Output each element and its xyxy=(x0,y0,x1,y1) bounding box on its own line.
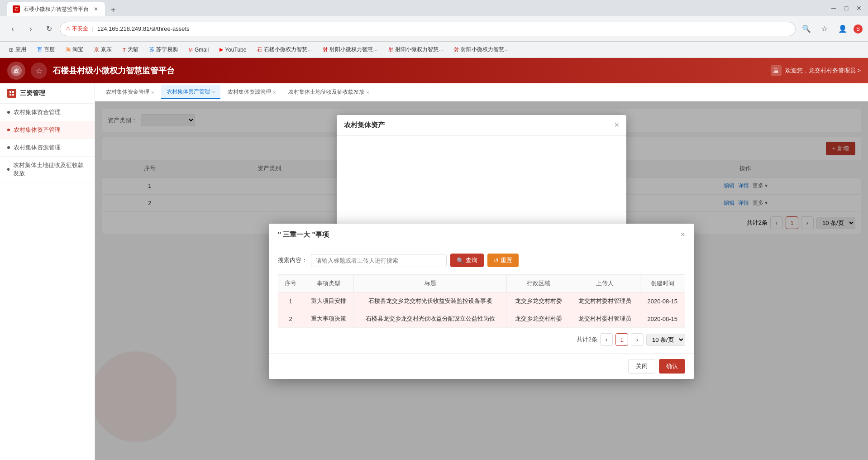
bookmark-suning[interactable]: 苏 苏宁易购 xyxy=(146,44,181,55)
apps-grid-icon: ⊞ xyxy=(9,47,14,53)
bookmark-gmail[interactable]: M Gmail xyxy=(185,45,213,55)
bookmark-sheyang2[interactable]: 射 射阳小微权力智慧... xyxy=(385,44,447,55)
taobao-icon: 淘 xyxy=(66,46,71,53)
suning-icon: 苏 xyxy=(149,46,154,53)
dialog-next-btn[interactable]: › xyxy=(631,333,644,346)
bookmark-star-icon[interactable]: ☆ xyxy=(817,22,832,36)
tab-land[interactable]: 农村集体土地征收及征收款发放 × xyxy=(283,86,374,99)
sidebar-header: 三资管理 xyxy=(0,83,95,104)
close-button[interactable]: ✕ xyxy=(854,3,864,14)
app-emblem: ☆ xyxy=(31,62,47,79)
back-button[interactable]: ‹ xyxy=(5,22,20,36)
bookmark-youtube[interactable]: ▶ YouTube xyxy=(216,45,250,55)
svg-rect-5 xyxy=(12,94,14,96)
dialog-col-index: 序号 xyxy=(278,275,303,292)
dialog-pagination: 共计2条 ‹ 1 › 10 条/页 xyxy=(278,333,685,346)
bookmark-shilou1[interactable]: 石 石楼小微权力智慧... xyxy=(253,44,315,55)
maximize-button[interactable]: □ xyxy=(841,3,852,14)
security-warning: ⚠ 不安全 xyxy=(66,25,88,33)
modal-outer-title: 农村集体资产 xyxy=(344,121,385,129)
address-bar: ‹ › ↻ ⚠ 不安全 | 124.165.218.249:81/sl/thre… xyxy=(0,16,868,42)
bookmark-tmall[interactable]: T 天猫 xyxy=(119,44,142,55)
sidebar-item-funds[interactable]: 农村集体资金管理 xyxy=(0,104,95,121)
dialog-row2-region: 龙交乡龙交村村委 xyxy=(507,310,570,328)
dialog-row1-id: 1 xyxy=(278,292,303,310)
app-header: 政 ☆ 石楼县村级小微权力智慧监管平台 🏛 欢迎您，龙交村村务管理员 > xyxy=(0,58,868,83)
dialog-header: " 三重一大 "事项 × xyxy=(269,224,694,246)
sidebar-title: 三资管理 xyxy=(20,89,45,97)
dialog-page-size-select[interactable]: 10 条/页 xyxy=(646,334,685,346)
dialog-col-title: 标题 xyxy=(354,275,507,292)
page-content: 资产类别： + 新增 序号 xyxy=(95,101,868,460)
tab-funds[interactable]: 农村集体资金管理 × xyxy=(100,86,159,99)
search-input[interactable] xyxy=(311,254,447,267)
main-layout: 三资管理 农村集体资金管理 农村集体资产管理 农村集体资源管理 农村集体土地征收… xyxy=(0,83,868,460)
sidebar-item-assets[interactable]: 农村集体资产管理 xyxy=(0,121,95,139)
dialog-row1-date: 2020-08-15 xyxy=(640,292,685,310)
tab-land-close[interactable]: × xyxy=(366,90,369,95)
dialog-table-row: 1 重大项目安排 石楼县龙交乡龙交村光伏收益安装监控设备事项 龙交乡龙交村村委 … xyxy=(278,292,685,310)
dialog-row2-type: 重大事项决策 xyxy=(303,310,354,328)
header-right: 🏛 欢迎您，龙交村村务管理员 > xyxy=(771,65,861,76)
tab-assets[interactable]: 农村集体资产管理 × xyxy=(161,85,220,99)
jd-icon: 京 xyxy=(94,46,99,53)
tmall-icon: T xyxy=(123,47,126,53)
app-content: 政 ☆ 石楼县村级小微权力智慧监管平台 🏛 欢迎您，龙交村村务管理员 > 三资管… xyxy=(0,58,868,460)
tab-navigation: 农村集体资金管理 × 农村集体资产管理 × 农村集体资源管理 × 农村集体土地征… xyxy=(95,83,868,101)
sidebar-dot-funds xyxy=(7,111,10,114)
dialog-table: 序号 事项类型 标题 行政区域 上传人 创建时间 xyxy=(278,274,685,328)
bookmark-taobao[interactable]: 淘 淘宝 xyxy=(62,44,87,55)
tab-funds-close[interactable]: × xyxy=(151,90,154,95)
dialog-row1-type: 重大项目安排 xyxy=(303,292,354,310)
new-tab-button[interactable]: + xyxy=(107,4,119,16)
active-tab[interactable]: 石 石楼小微权力智慧监管平台 ✕ xyxy=(7,2,105,16)
forward-button[interactable]: › xyxy=(24,22,38,36)
dialog-row1-uploader: 龙交村村委村管理员 xyxy=(570,292,640,310)
sidebar-item-resources[interactable]: 农村集体资源管理 xyxy=(0,139,95,157)
bookmark-sheyang1[interactable]: 射 射阳小微权力智慧... xyxy=(319,44,381,55)
dialog-row2-id: 2 xyxy=(278,310,303,328)
content-area: 农村集体资金管理 × 农村集体资产管理 × 农村集体资源管理 × 农村集体土地征… xyxy=(95,83,868,460)
minimize-button[interactable]: ─ xyxy=(828,3,839,14)
search-icon: 🔍 xyxy=(457,257,464,264)
dialog-cancel-button[interactable]: 关闭 xyxy=(628,359,655,374)
sidebar-header-icon xyxy=(7,89,16,98)
app-title: 石楼县村级小微权力智慧监管平台 xyxy=(52,65,175,76)
modal-outer-close-button[interactable]: × xyxy=(614,120,619,130)
account-icon[interactable]: 👤 xyxy=(835,22,850,36)
gmail-icon: M xyxy=(189,47,193,53)
reload-button[interactable]: ↻ xyxy=(42,22,56,36)
bookmark-sheyang3[interactable]: 射 射阳小微权力智慧... xyxy=(450,44,512,55)
baidu-icon: 百 xyxy=(37,46,42,53)
bookmark-jd[interactable]: 京 京东 xyxy=(91,44,115,55)
dialog-col-uploader: 上传人 xyxy=(570,275,640,292)
dialog-page-btn[interactable]: 1 xyxy=(615,333,628,346)
sidebar-dot-resources xyxy=(7,146,10,149)
tab-assets-close[interactable]: × xyxy=(212,89,215,95)
tab-bar: 石 石楼小微权力智慧监管平台 ✕ + xyxy=(4,0,826,16)
dialog-body: 搜索内容： 🔍 查询 ↺ 重置 xyxy=(269,246,694,353)
app-logo: 政 xyxy=(7,62,25,80)
sidebar-item-land[interactable]: 农村集体土地征收及征收款发放 xyxy=(0,157,95,182)
tab-resources-close[interactable]: × xyxy=(273,90,276,95)
search-icon[interactable]: 🔍 xyxy=(799,22,814,36)
youtube-icon: ▶ xyxy=(219,47,223,53)
dialog-table-row: 2 重大事项决策 石楼县龙交乡龙交村光伏收益分配设立公益性岗位 龙交乡龙交村村委… xyxy=(278,310,685,328)
dialog-prev-btn[interactable]: ‹ xyxy=(600,333,613,346)
window-controls: ─ □ ✕ xyxy=(828,3,864,14)
extension-icon[interactable]: S xyxy=(854,24,863,34)
dialog-confirm-button[interactable]: 确认 xyxy=(659,359,685,374)
tab-close-btn[interactable]: ✕ xyxy=(92,5,100,13)
reset-button[interactable]: ↺ 重置 xyxy=(487,254,519,267)
address-input[interactable]: ⚠ 不安全 | 124.165.218.249:81/sl/three-asse… xyxy=(60,22,796,36)
bookmark-baidu[interactable]: 百 百度 xyxy=(33,44,58,55)
browser-frame: 石 石楼小微权力智慧监管平台 ✕ + ─ □ ✕ ‹ › ↻ ⚠ 不安全 | 1… xyxy=(0,0,868,460)
query-button[interactable]: 🔍 查询 xyxy=(450,254,484,267)
dialog-close-button[interactable]: × xyxy=(680,230,685,240)
dialog-row1-title: 石楼县龙交乡龙交村光伏收益安装监控设备事项 xyxy=(354,292,507,310)
bookmarks-bar: ⊞ 应用 百 百度 淘 淘宝 京 京东 T 天猫 苏 苏宁易购 M Gmail … xyxy=(0,42,868,58)
tab-resources[interactable]: 农村集体资源管理 × xyxy=(222,86,281,99)
bookmark-apps[interactable]: ⊞ 应用 xyxy=(5,44,30,55)
dialog-row2-title: 石楼县龙交乡龙交村光伏收益分配设立公益性岗位 xyxy=(354,310,507,328)
dialog-row2-date: 2020-08-15 xyxy=(640,310,685,328)
